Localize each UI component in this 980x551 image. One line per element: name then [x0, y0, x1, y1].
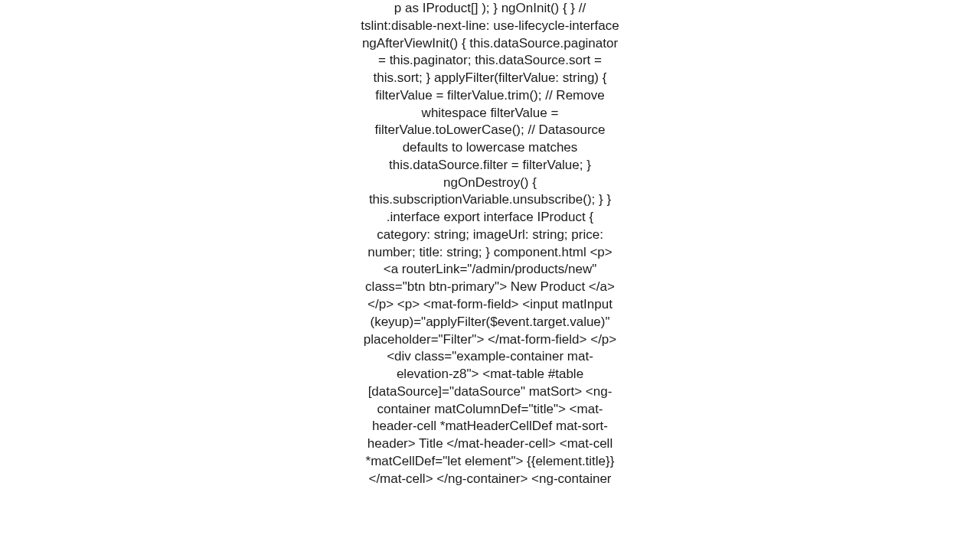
code-block: p as IProduct[] ); } ngOnInit() { } // t… [360, 0, 620, 487]
document-content: p as IProduct[] ); } ngOnInit() { } // t… [360, 0, 620, 487]
